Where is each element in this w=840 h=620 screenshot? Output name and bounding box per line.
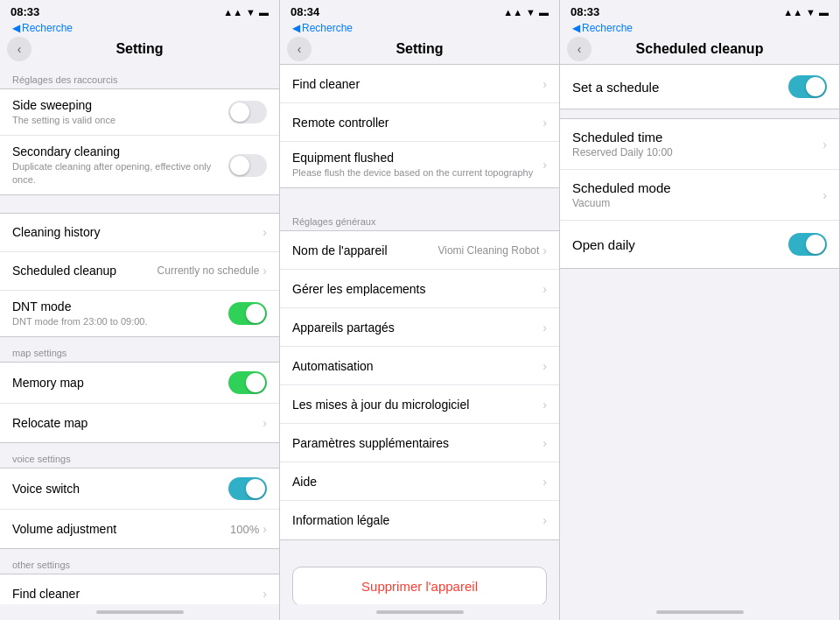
list-item-aide[interactable]: Aide › bbox=[280, 462, 559, 501]
voice-switch-toggle[interactable] bbox=[228, 477, 267, 500]
home-indicator-2 bbox=[280, 604, 559, 620]
nav-back-button-1[interactable]: ‹ bbox=[7, 37, 32, 61]
wifi-icon-3: ▼ bbox=[806, 7, 816, 18]
scheduled-cleanup-chevron: › bbox=[262, 264, 267, 278]
list-item-volume-adjustment[interactable]: Volume adjustment 100% › bbox=[0, 510, 279, 548]
find-cleaner-title: Find cleaner bbox=[12, 587, 80, 601]
list-item-nom-appareil[interactable]: Nom de l'appareil Viomi Cleaning Robot › bbox=[280, 231, 559, 270]
status-bar-1: 08:33 ▲▲ ▼ ▬ bbox=[0, 0, 279, 22]
set-schedule-row: Set a schedule bbox=[560, 64, 839, 109]
nav-title-3: Scheduled cleanup bbox=[636, 41, 764, 57]
cleaning-history-title: Cleaning history bbox=[12, 225, 100, 239]
panel-settings-2: 08:34 ▲▲ ▼ ▬ ◀ Recherche ‹ Setting Find … bbox=[280, 0, 560, 620]
back-chevron-icon: ◀ bbox=[12, 22, 20, 34]
open-daily-toggle[interactable] bbox=[788, 233, 827, 256]
list-item-cleaning-history[interactable]: Cleaning history › bbox=[0, 214, 279, 252]
list-item-appareils-partages[interactable]: Appareils partagés › bbox=[280, 308, 559, 347]
back-label-1[interactable]: Recherche bbox=[22, 22, 73, 34]
group-generaux: Nom de l'appareil Viomi Cleaning Robot ›… bbox=[280, 230, 559, 540]
wifi-icon-2: ▼ bbox=[526, 7, 536, 18]
status-time-3: 08:33 bbox=[570, 5, 599, 18]
dnt-mode-toggle[interactable] bbox=[228, 302, 267, 325]
side-sweeping-title: Side sweeping bbox=[12, 98, 228, 112]
find-cleaner-chevron-2: › bbox=[542, 77, 547, 91]
volume-chevron: › bbox=[262, 522, 267, 536]
appareils-partages-title: Appareils partagés bbox=[292, 321, 395, 335]
signal-icon-3: ▲▲ bbox=[783, 7, 802, 18]
equipment-flushed-subtitle: Please flush the device based on the cur… bbox=[292, 166, 542, 179]
home-indicator-3 bbox=[560, 604, 839, 620]
nav-back-button-2[interactable]: ‹ bbox=[287, 37, 312, 61]
equipment-flushed-chevron: › bbox=[542, 158, 547, 172]
nom-appareil-chevron: › bbox=[542, 243, 547, 257]
open-daily-title: Open daily bbox=[572, 237, 635, 252]
status-icons-1: ▲▲ ▼ ▬ bbox=[223, 7, 269, 18]
list-item-memory-map: Memory map bbox=[0, 363, 279, 404]
nom-appareil-title: Nom de l'appareil bbox=[292, 243, 388, 257]
aide-chevron: › bbox=[542, 475, 547, 489]
delete-button[interactable]: Supprimer l'appareil bbox=[292, 567, 547, 604]
list-item-information-legale[interactable]: Information légale › bbox=[280, 501, 559, 539]
list-item-mises-a-jour[interactable]: Les mises à jour du micrologiciel › bbox=[280, 385, 559, 424]
cleaning-history-chevron: › bbox=[262, 225, 267, 239]
list-item-find-cleaner[interactable]: Find cleaner › bbox=[0, 574, 279, 604]
wifi-icon: ▼ bbox=[246, 7, 256, 18]
mises-a-jour-title: Les mises à jour du micrologiciel bbox=[292, 398, 469, 412]
list-item-parametres-supplementaires[interactable]: Paramètres supplémentaires › bbox=[280, 424, 559, 462]
parametres-supplementaires-title: Paramètres supplémentaires bbox=[292, 436, 449, 450]
side-sweeping-toggle[interactable] bbox=[228, 101, 267, 123]
remote-controller-chevron-2: › bbox=[542, 116, 547, 130]
group-voice: Voice switch Volume adjustment 100% › bbox=[0, 468, 279, 549]
content-3: Set a schedule Scheduled time Reserved D… bbox=[560, 64, 839, 604]
gerer-emplacements-chevron: › bbox=[542, 282, 547, 296]
list-item-dnt-mode: DNT mode DNT mode from 23:00 to 09:00. bbox=[0, 291, 279, 336]
memory-map-toggle[interactable] bbox=[228, 371, 267, 394]
nav-bar-2: ‹ Setting bbox=[280, 38, 559, 64]
status-time-1: 08:33 bbox=[10, 5, 39, 18]
set-schedule-toggle[interactable] bbox=[788, 75, 827, 98]
nav-title-2: Setting bbox=[396, 41, 443, 57]
list-item-secondary-cleaning: Secondary cleaning Duplicate cleaning af… bbox=[0, 136, 279, 194]
spacer-1 bbox=[0, 195, 279, 213]
group-map: Memory map Relocate map › bbox=[0, 362, 279, 443]
nav-title-1: Setting bbox=[116, 41, 163, 57]
list-item-gerer-emplacements[interactable]: Gérer les emplacements › bbox=[280, 270, 559, 308]
schedule-item-open-daily: Open daily bbox=[560, 221, 839, 268]
scheduled-mode-subtitle: Vacuum bbox=[572, 197, 671, 209]
battery-icon: ▬ bbox=[259, 7, 269, 18]
automatisation-title: Automatisation bbox=[292, 359, 374, 373]
status-time-2: 08:34 bbox=[290, 5, 319, 18]
group-schedule-items: Scheduled time Reserved Daily 10:00 › Sc… bbox=[560, 118, 839, 269]
scheduled-cleanup-title: Scheduled cleanup bbox=[12, 264, 116, 278]
list-item-voice-switch: Voice switch bbox=[0, 469, 279, 510]
nav-bar-3: ‹ Scheduled cleanup bbox=[560, 38, 839, 64]
list-item-equipment-flushed[interactable]: Equipment flushed Please flush the devic… bbox=[280, 142, 559, 187]
back-chevron-icon-2: ◀ bbox=[292, 22, 300, 34]
schedule-item-mode[interactable]: Scheduled mode Vacuum › bbox=[560, 170, 839, 221]
status-bar-2: 08:34 ▲▲ ▼ ▬ bbox=[280, 0, 559, 22]
list-item-automatisation[interactable]: Automatisation › bbox=[280, 347, 559, 385]
nav-back-button-3[interactable]: ‹ bbox=[567, 37, 592, 61]
list-item-find-cleaner-2[interactable]: Find cleaner › bbox=[280, 65, 559, 103]
back-label-2[interactable]: Recherche bbox=[302, 22, 353, 34]
relocate-map-chevron: › bbox=[262, 416, 267, 430]
status-icons-2: ▲▲ ▼ ▬ bbox=[503, 7, 549, 18]
schedule-item-time[interactable]: Scheduled time Reserved Daily 10:00 › bbox=[560, 119, 839, 170]
scheduled-mode-title: Scheduled mode bbox=[572, 180, 671, 195]
list-item-remote-controller-2[interactable]: Remote controller › bbox=[280, 103, 559, 142]
nom-appareil-value: Viomi Cleaning Robot bbox=[438, 244, 539, 257]
panel-settings-1: 08:33 ▲▲ ▼ ▬ ◀ Recherche ‹ Setting Régla… bbox=[0, 0, 280, 620]
section-header-map: map settings bbox=[0, 337, 279, 362]
list-item-relocate-map[interactable]: Relocate map › bbox=[0, 404, 279, 442]
information-legale-title: Information légale bbox=[292, 513, 389, 527]
back-label-3[interactable]: Recherche bbox=[582, 22, 633, 34]
secondary-cleaning-toggle[interactable] bbox=[228, 154, 267, 177]
secondary-cleaning-title: Secondary cleaning bbox=[12, 144, 228, 159]
list-item-scheduled-cleanup[interactable]: Scheduled cleanup Currently no schedule … bbox=[0, 252, 279, 291]
mises-a-jour-chevron: › bbox=[542, 398, 547, 412]
spacer-3 bbox=[280, 540, 559, 558]
appareils-partages-chevron: › bbox=[542, 321, 547, 335]
group-raccourcis: Side sweeping The setting is valid once … bbox=[0, 88, 279, 195]
section-header-raccourcis: Réglages des raccourcis bbox=[0, 64, 279, 88]
section-header-generaux: Réglages généraux bbox=[280, 206, 559, 230]
